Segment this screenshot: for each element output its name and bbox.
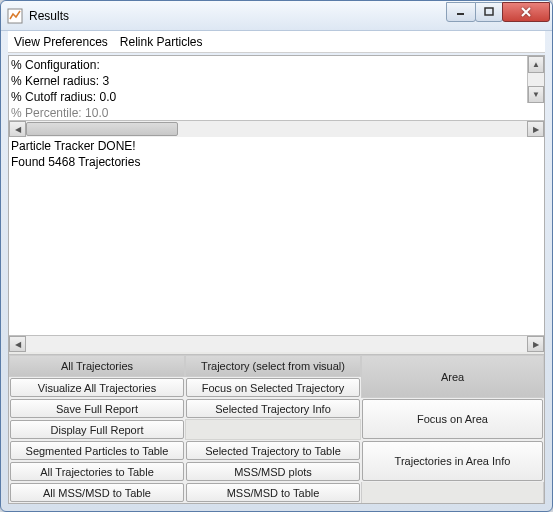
- selected-trajectory-to-table-button[interactable]: Selected Trajectory to Table: [186, 441, 360, 460]
- trajectories-in-area-info-button[interactable]: Trajectories in Area Info: [362, 441, 543, 481]
- scroll-track[interactable]: [528, 73, 544, 86]
- mss-msd-to-table-button[interactable]: MSS/MSD to Table: [186, 483, 360, 502]
- all-trajectories-to-table-button[interactable]: All Trajectories to Table: [10, 462, 184, 481]
- app-icon: [7, 8, 23, 24]
- focus-selected-trajectory-button[interactable]: Focus on Selected Trajectory: [186, 378, 360, 397]
- config-line: % Kernel radius: 3: [11, 73, 526, 89]
- config-pane[interactable]: % Configuration: % Kernel radius: 3 % Cu…: [9, 56, 544, 120]
- output-pane-wrap: Particle Tracker DONE! Found 5468 Trajec…: [9, 137, 544, 352]
- config-vscroll[interactable]: ▲ ▼: [527, 56, 544, 103]
- save-full-report-button[interactable]: Save Full Report: [10, 399, 184, 418]
- menu-relink-particles[interactable]: Relink Particles: [120, 35, 203, 49]
- scroll-right-icon[interactable]: ▶: [527, 336, 544, 352]
- window-controls: [447, 2, 550, 22]
- col-header-area: Area: [361, 355, 544, 398]
- mss-msd-plots-button[interactable]: MSS/MSD plots: [186, 462, 360, 481]
- output-hscroll[interactable]: ◀ ▶: [9, 335, 544, 352]
- scroll-left-icon[interactable]: ◀: [9, 121, 26, 137]
- scroll-track[interactable]: [26, 121, 527, 137]
- col-header-trajectory-select: Trajectory (select from visual): [185, 355, 361, 377]
- segmented-particles-to-table-button[interactable]: Segmented Particles to Table: [10, 441, 184, 460]
- config-pane-wrap: % Configuration: % Kernel radius: 3 % Cu…: [9, 56, 544, 137]
- maximize-button[interactable]: [475, 2, 503, 22]
- scroll-track[interactable]: [26, 336, 527, 352]
- results-window: Results View Preferences Relink Particle…: [0, 0, 553, 512]
- titlebar[interactable]: Results: [1, 1, 552, 31]
- empty-side-cell: [361, 482, 544, 503]
- output-line: Found 5468 Trajectories: [11, 154, 542, 170]
- svg-rect-2: [485, 8, 493, 15]
- menubar: View Preferences Relink Particles: [8, 31, 545, 53]
- output-line: Particle Tracker DONE!: [11, 138, 542, 154]
- all-mss-msd-to-table-button[interactable]: All MSS/MSD to Table: [10, 483, 184, 502]
- scroll-thumb[interactable]: [26, 122, 178, 136]
- col-header-all-trajectories: All Trajectories: [9, 355, 185, 377]
- scroll-right-icon[interactable]: ▶: [527, 121, 544, 137]
- config-hscroll[interactable]: ◀ ▶: [9, 120, 544, 137]
- minimize-button[interactable]: [446, 2, 476, 22]
- close-button[interactable]: [502, 2, 550, 22]
- focus-on-area-button[interactable]: Focus on Area: [362, 399, 543, 439]
- visualize-all-trajectories-button[interactable]: Visualize All Trajectories: [10, 378, 184, 397]
- config-line: % Cutoff radius: 0.0: [11, 89, 526, 105]
- menu-view-preferences[interactable]: View Preferences: [14, 35, 108, 49]
- config-line: % Percentile: 10.0: [11, 105, 526, 119]
- content-area: % Configuration: % Kernel radius: 3 % Cu…: [8, 55, 545, 504]
- window-title: Results: [29, 9, 447, 23]
- empty-cell: [185, 419, 361, 440]
- scroll-up-icon[interactable]: ▲: [528, 56, 544, 73]
- scroll-down-icon[interactable]: ▼: [528, 86, 544, 103]
- output-pane[interactable]: Particle Tracker DONE! Found 5468 Trajec…: [9, 137, 544, 335]
- config-line: % Configuration:: [11, 57, 526, 73]
- scroll-left-icon[interactable]: ◀: [9, 336, 26, 352]
- display-full-report-button[interactable]: Display Full Report: [10, 420, 184, 439]
- button-grid: All Trajectories Trajectory (select from…: [9, 354, 544, 503]
- selected-trajectory-info-button[interactable]: Selected Trajectory Info: [186, 399, 360, 418]
